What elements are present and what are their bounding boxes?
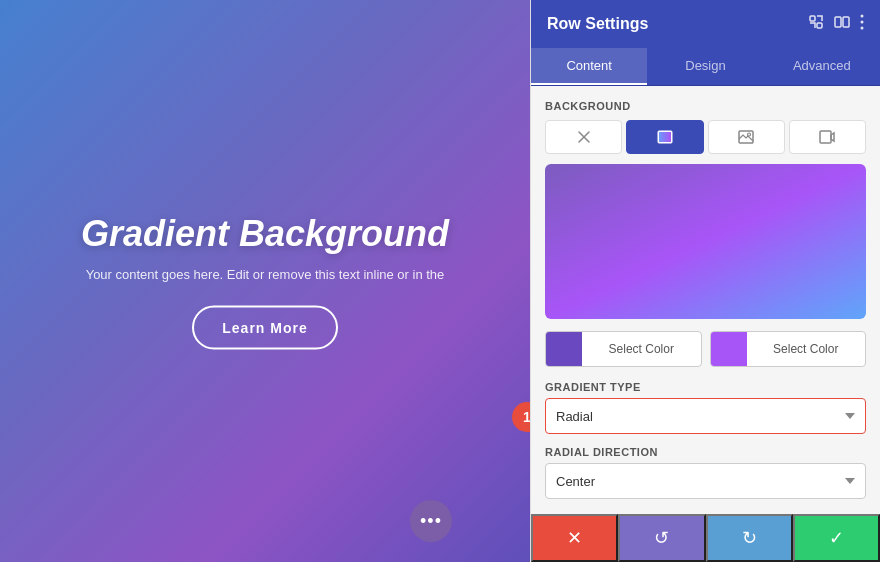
svg-point-4 xyxy=(861,15,864,18)
gradient-type-group: Gradient Type Linear Radial Conic xyxy=(545,381,866,434)
settings-panel: Row Settings xyxy=(530,0,880,562)
svg-rect-8 xyxy=(659,132,671,142)
color-label-2: Select Color xyxy=(747,342,866,356)
radial-direction-label: Radial Direction xyxy=(545,446,866,458)
color-swatch-2 xyxy=(711,332,747,366)
expand-icon[interactable] xyxy=(808,14,824,34)
color-label-1: Select Color xyxy=(582,342,701,356)
panel-header: Row Settings xyxy=(531,0,880,48)
color-row: Select Color Select Color xyxy=(545,331,866,367)
redo-button[interactable]: ↻ xyxy=(706,514,793,562)
panel-footer: ✕ ↺ ↻ ✓ xyxy=(531,514,880,562)
radial-direction-select[interactable]: Center Top Left Top Right Bottom Left Bo… xyxy=(545,463,866,499)
bg-type-video[interactable] xyxy=(789,120,866,154)
undo-button[interactable]: ↺ xyxy=(618,514,705,562)
canvas-subtitle: Your content goes here. Edit or remove t… xyxy=(0,267,530,282)
cancel-button[interactable]: ✕ xyxy=(531,514,618,562)
svg-rect-11 xyxy=(820,131,831,143)
canvas-area: Gradient Background Your content goes he… xyxy=(0,0,530,562)
background-label: Background xyxy=(545,100,866,112)
bg-type-none[interactable] xyxy=(545,120,622,154)
canvas-title: Gradient Background xyxy=(0,213,530,255)
gradient-type-select[interactable]: Linear Radial Conic xyxy=(545,398,866,434)
gradient-preview xyxy=(545,164,866,319)
svg-rect-2 xyxy=(835,17,841,27)
more-icon[interactable] xyxy=(860,14,864,34)
svg-point-5 xyxy=(861,21,864,24)
columns-icon[interactable] xyxy=(834,14,850,34)
canvas-content: Gradient Background Your content goes he… xyxy=(0,213,530,350)
bg-type-image[interactable] xyxy=(708,120,785,154)
learn-more-button[interactable]: Learn More xyxy=(192,306,337,350)
color-swatch-1 xyxy=(546,332,582,366)
tab-design[interactable]: Design xyxy=(647,48,763,85)
svg-rect-3 xyxy=(843,17,849,27)
tab-advanced[interactable]: Advanced xyxy=(764,48,880,85)
floating-action-button[interactable]: ••• xyxy=(410,500,452,542)
svg-point-6 xyxy=(861,27,864,30)
gradient-type-label: Gradient Type xyxy=(545,381,866,393)
bg-type-row xyxy=(545,120,866,154)
svg-rect-1 xyxy=(817,23,822,28)
bg-type-gradient[interactable] xyxy=(626,120,703,154)
radial-direction-group: Radial Direction Center Top Left Top Rig… xyxy=(545,446,866,499)
panel-header-icons xyxy=(808,14,864,34)
background-section: Background xyxy=(545,100,866,367)
tab-content[interactable]: Content xyxy=(531,48,647,85)
color-select-2[interactable]: Select Color xyxy=(710,331,867,367)
save-button[interactable]: ✓ xyxy=(793,514,880,562)
svg-rect-0 xyxy=(810,16,815,21)
color-select-1[interactable]: Select Color xyxy=(545,331,702,367)
svg-point-10 xyxy=(748,133,751,136)
panel-body: Background xyxy=(531,86,880,514)
panel-title: Row Settings xyxy=(547,15,648,33)
panel-tabs: Content Design Advanced xyxy=(531,48,880,86)
